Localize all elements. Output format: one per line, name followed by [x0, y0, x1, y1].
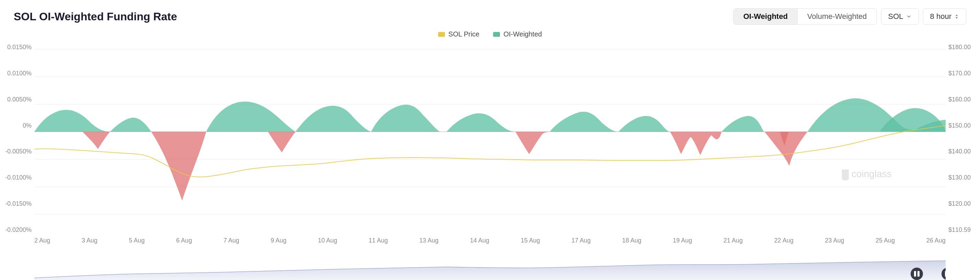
x-label-2aug: 2 Aug [34, 237, 50, 244]
y-right-0: $180.00 [946, 44, 980, 51]
x-label-10aug: 10 Aug [318, 237, 337, 244]
x-label-23aug: 23 Aug [825, 237, 844, 244]
y-axis-right: $180.00 $170.00 $160.00 $150.00 $140.00 … [946, 42, 980, 235]
y-right-6: $120.00 [946, 200, 980, 207]
y-left-3: 0% [0, 122, 34, 130]
x-label-19aug: 19 Aug [673, 237, 692, 244]
x-label-5aug: 5 Aug [129, 237, 145, 244]
legend-sol-price: SOL Price [438, 30, 479, 38]
y-left-2: 0.0050% [0, 96, 34, 103]
legend-sol-price-label: SOL Price [449, 30, 479, 38]
chart-container: SOL OI-Weighted Funding Rate OI-Weighted… [0, 0, 980, 280]
svg-text:coinglass: coinglass [851, 168, 892, 179]
tab-group: OI-Weighted Volume-Weighted [733, 8, 877, 25]
y-left-1: 0.0100% [0, 70, 34, 77]
x-label-6aug: 6 Aug [176, 237, 192, 244]
svg-rect-13 [945, 271, 946, 277]
legend-oi-weighted-dot [493, 32, 500, 37]
pause-btn-right[interactable] [911, 267, 923, 280]
mini-chart-svg [34, 247, 946, 280]
x-label-17aug: 17 Aug [571, 237, 591, 244]
x-label-26aug: 26 Aug [926, 237, 946, 244]
y-right-1: $170.00 [946, 70, 980, 77]
y-axis-left: 0.0150% 0.0100% 0.0050% 0% -0.0050% -0.0… [0, 42, 34, 235]
y-left-7: -0.0200% [0, 226, 34, 234]
legend-oi-weighted-label: OI-Weighted [503, 30, 542, 38]
x-axis-row: 2 Aug 3 Aug 5 Aug 6 Aug 7 Aug 9 Aug 10 A… [0, 235, 980, 244]
legend-sol-price-dot [438, 32, 445, 37]
x-label-21aug: 21 Aug [724, 237, 743, 244]
legend-oi-weighted: OI-Weighted [493, 30, 542, 38]
x-label-18aug: 18 Aug [622, 237, 641, 244]
x-label-22aug: 22 Aug [774, 237, 794, 244]
svg-point-9 [911, 267, 923, 280]
x-label-15aug: 15 Aug [520, 237, 540, 244]
y-left-0: 0.0150% [0, 44, 34, 51]
mini-chart-area [0, 247, 980, 280]
x-label-14aug: 14 Aug [470, 237, 489, 244]
interval-value: 8 hour [930, 12, 951, 21]
y-right-4: $140.00 [946, 148, 980, 155]
y-left-5: -0.0100% [0, 174, 34, 181]
x-label-9aug: 9 Aug [271, 237, 286, 244]
x-label-25aug: 25 Aug [875, 237, 895, 244]
y-right-7: $110.59 [946, 226, 980, 234]
y-left-4: -0.0050% [0, 148, 34, 155]
x-label-3aug: 3 Aug [82, 237, 98, 244]
tab-volume-weighted[interactable]: Volume-Weighted [797, 9, 876, 24]
dropdown-arrow-icon [906, 14, 912, 19]
asset-dropdown[interactable]: SOL [881, 8, 919, 25]
asset-value: SOL [888, 12, 904, 21]
y-right-3: $150.00 [946, 122, 980, 130]
main-chart-area: 0.0150% 0.0100% 0.0050% 0% -0.0050% -0.0… [0, 42, 980, 235]
coinglass-watermark: coinglass [842, 168, 892, 181]
main-chart-svg: coinglass [34, 42, 946, 235]
y-left-6: -0.0150% [0, 200, 34, 207]
y-right-5: $130.00 [946, 174, 980, 181]
stepper-arrows-icon [954, 13, 959, 19]
x-label-13aug: 13 Aug [419, 237, 439, 244]
chart-title: SOL OI-Weighted Funding Rate [14, 10, 177, 23]
y-right-2: $160.00 [946, 96, 980, 103]
x-label-11aug: 11 Aug [369, 237, 388, 244]
svg-rect-10 [914, 271, 916, 277]
controls: OI-Weighted Volume-Weighted SOL 8 hour [733, 8, 966, 25]
x-label-7aug: 7 Aug [223, 237, 239, 244]
interval-stepper[interactable]: 8 hour [923, 8, 966, 25]
svg-rect-11 [918, 271, 920, 277]
header-row: SOL OI-Weighted Funding Rate OI-Weighted… [0, 8, 980, 30]
tab-oi-weighted[interactable]: OI-Weighted [733, 9, 797, 24]
legend-row: SOL Price OI-Weighted [0, 30, 980, 42]
